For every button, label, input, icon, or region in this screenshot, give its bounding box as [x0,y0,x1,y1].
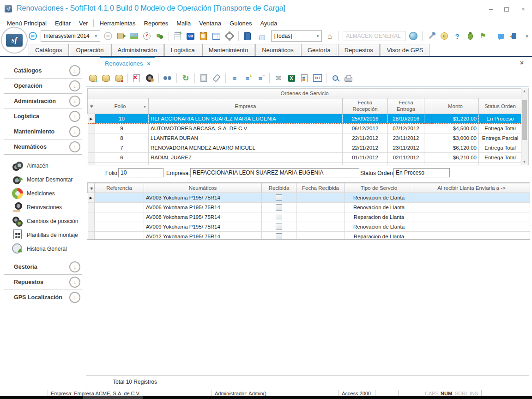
image-icon[interactable] [129,31,139,41]
recibida-checkbox[interactable] [276,224,282,230]
col-header-recibida[interactable]: Recibida [262,183,296,193]
menu-ayuda[interactable]: Ayuda [256,19,281,28]
refresh-icon[interactable]: ↻ [181,73,191,83]
recibida-checkbox[interactable] [276,233,282,240]
new-document-icon[interactable] [173,31,183,41]
expand-down-icon[interactable]: ↓ [69,126,80,137]
close-button[interactable]: × [518,6,528,13]
sidebar-section-gestoria[interactable]: Gestoría ↓ [0,260,86,275]
status-badge[interactable]: Entrega Parcial [479,163,522,166]
menu-reportes[interactable]: Reportes [140,19,173,28]
sidebar-section-repuestos[interactable]: Repuestos ↓ [0,275,86,290]
sort-desc-icon[interactable]: ▼ [143,105,146,109]
expand-all-icon[interactable]: ≡+ [242,73,253,83]
panel-close-icon[interactable]: × [520,59,524,66]
detail-row[interactable]: AV009 Yokohama P195/ 75R14 Renovacion de… [88,222,530,232]
detail-row[interactable]: AV012 Yokohama P195/ 75R14 Reparacion de… [88,232,530,240]
detail-row-selected[interactable]: ▶ AV003 Yokohama P195/ 75R14 Renovacion … [88,193,530,203]
order-row[interactable]: 6 RADIAL JUAREZ 01/11/2012 02/11/2012 $6… [88,153,522,163]
sidebar-item-renovaciones[interactable]: Renovaciones [0,200,86,214]
status-badge[interactable]: En Proceso [479,114,522,124]
tab-operacion[interactable]: Operación [70,44,110,56]
status-badge[interactable]: Entrega Total [479,124,522,133]
tab-close-icon[interactable]: × [147,58,150,69]
sidebar-section-logistica[interactable]: Logistica ↓ [0,109,86,124]
backup-box-icon[interactable] [116,31,126,41]
col-header-tipo-servicio[interactable]: Tipo de Servcio [345,183,413,193]
clipboard-tasks-icon[interactable] [199,31,209,41]
expand-down-icon[interactable]: ↓ [69,65,80,76]
sidebar-section-operacion[interactable]: Operación ↓ [0,79,86,94]
order-row[interactable]: 7 RENOVADORA MENDEZ ALVARO MIGUEL 22/11/… [88,143,522,153]
sidebar-section-catalogos[interactable]: Catálogos ↓ [0,63,86,79]
recibida-checkbox[interactable] [276,214,282,220]
sidebar-item-historia-general[interactable]: Historia General [0,242,86,256]
tools-wrench-icon[interactable] [426,31,436,41]
expand-down-icon[interactable]: ↓ [69,111,80,122]
tab-logistica[interactable]: Logística [164,44,201,56]
sidebar-item-montar-desmontar[interactable]: Montar Desmontar [0,173,86,187]
document-tab-renovaciones[interactable]: Renovaciones × [100,57,155,70]
col-header-fecha-entrega[interactable]: Fecha Entrega [388,98,424,114]
tab-administracion[interactable]: Administración [111,44,163,56]
menu-malla[interactable]: Malla [172,19,195,28]
menu-guiones[interactable]: Guiones [225,19,256,28]
flag-icon[interactable]: ⚑ [478,31,488,41]
add-record-icon[interactable]: + [88,73,98,83]
print-preview-icon[interactable] [330,73,340,83]
tab-catalogos[interactable]: Catálogos [29,44,69,56]
export-report-icon[interactable] [299,73,309,83]
col-header-fecha-recepcion[interactable]: Fecha Recepción [343,98,388,114]
company-scope-icon[interactable]: M [28,31,38,41]
col-header-fecha-recibida[interactable]: Fecha Recibida [296,183,345,193]
dashboard-gauge-icon[interactable] [142,31,152,41]
recibida-checkbox[interactable] [276,204,282,211]
scrollbar-thumb[interactable] [522,100,527,140]
toolbar-overflow-icon[interactable]: » [522,31,532,41]
company-select[interactable]: Interasystem 2014 ▾ [41,30,100,42]
sidebar-item-plantillas-montaje[interactable]: Plantillas de montaje [0,228,86,242]
globe-icon[interactable] [408,31,418,41]
badge-99-icon[interactable]: 99 [186,31,196,41]
currency-coins-icon[interactable]: € [439,31,449,41]
expand-down-icon[interactable]: ↓ [69,292,80,303]
home-icon[interactable]: ⌂ [325,31,335,41]
menu-ventana[interactable]: Ventana [195,19,225,28]
attachment-icon[interactable] [212,73,222,83]
expand-down-icon[interactable]: ↓ [69,277,80,288]
orders-scrollbar[interactable]: ▲ ▼ [521,88,529,165]
data-table-icon[interactable] [212,31,222,41]
export-txt-icon[interactable]: TxT [312,73,322,83]
col-header-enviar[interactable]: Al recibir Llanta Enviarla a -> [413,183,530,193]
users-icon[interactable] [155,31,165,41]
status-badge[interactable]: Entrega Total [479,153,522,163]
branch-filter-select[interactable]: [Todas] ▾ [271,30,322,42]
detail-row[interactable]: AV006 Yokohama P195/ 75R14 Renovacion de… [88,203,530,212]
notebook-icon[interactable] [242,31,253,41]
menu-herramientas[interactable]: Herramientas [95,19,139,28]
collapse-up-icon[interactable]: ↑ [69,141,80,152]
paste-icon[interactable] [199,73,209,83]
export-excel-icon[interactable]: X [286,73,296,83]
order-row[interactable]: 9 AUTOMOTORES ARCASA, S.A. DE C.V. 06/12… [88,124,522,133]
delete-record-icon[interactable]: × [114,73,124,83]
collapse-all-icon[interactable]: ≡− [255,73,266,83]
menu-ver[interactable]: Ver [75,19,92,28]
menu-editar[interactable]: Editar [51,19,75,28]
empresa-field[interactable] [190,168,359,177]
scroll-down-icon[interactable]: ▼ [521,160,527,164]
sidebar-section-neumaticos[interactable]: Neumáticos ↑ [0,139,86,155]
expand-down-icon[interactable]: ↓ [69,261,80,272]
print-icon[interactable] [343,73,353,83]
sidebar-section-administracion[interactable]: Administración ↓ [0,94,86,109]
search-binoculars-icon[interactable] [163,73,173,83]
col-header-neumaticos[interactable]: Neumáticos [144,183,262,193]
order-row[interactable]: 8 LLANTERA DURAN 22/11/2012 23/11/2012 $… [88,133,522,143]
debug-bug-icon[interactable] [465,31,475,41]
chat-icon[interactable] [496,31,506,41]
windows-cascade-icon[interactable] [255,31,266,41]
tab-repuestos[interactable]: Repuestos [338,44,380,56]
tab-mantenimiento[interactable]: Mantenimiento [202,44,254,56]
exit-door-icon[interactable] [509,31,519,41]
settings-gear-icon[interactable] [224,31,235,41]
